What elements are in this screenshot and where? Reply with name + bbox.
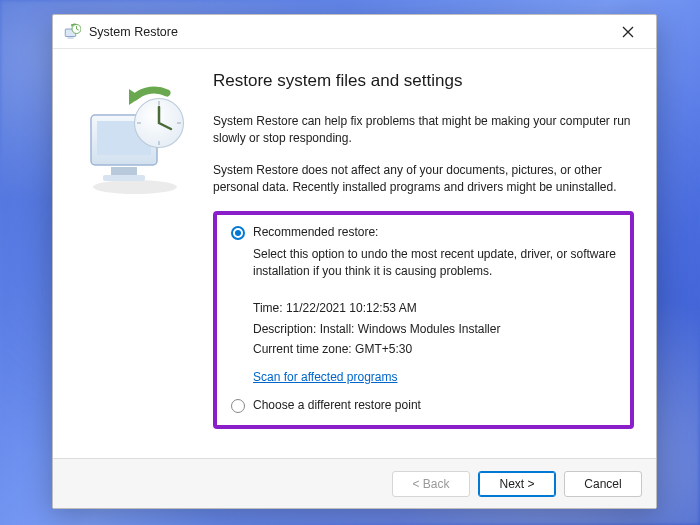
- detail-description: Description: Install: Windows Modules In…: [253, 319, 616, 339]
- scan-affected-programs-link[interactable]: Scan for affected programs: [253, 370, 398, 384]
- dialog-footer: < Back Next > Cancel: [53, 458, 656, 508]
- dialog-body: Restore system files and settings System…: [53, 49, 656, 458]
- restore-point-details: Time: 11/22/2021 10:12:53 AM Description…: [253, 298, 616, 359]
- recommended-description: Select this option to undo the most rece…: [253, 246, 616, 281]
- close-button[interactable]: [608, 18, 648, 46]
- svg-rect-1: [68, 37, 74, 39]
- detail-timezone: Current time zone: GMT+5:30: [253, 339, 616, 359]
- svg-rect-7: [111, 167, 137, 175]
- restore-illustration-icon: [77, 79, 197, 199]
- next-button[interactable]: Next >: [478, 471, 556, 497]
- recommended-restore-option[interactable]: Recommended restore:: [231, 225, 616, 240]
- main-content: Restore system files and settings System…: [213, 59, 634, 458]
- intro-paragraph-1: System Restore can help fix problems tha…: [213, 113, 634, 148]
- cancel-button[interactable]: Cancel: [564, 471, 642, 497]
- recommended-label: Recommended restore:: [253, 225, 378, 239]
- system-restore-window: System Restore: [52, 14, 657, 509]
- system-restore-icon: [63, 23, 81, 41]
- detail-time: Time: 11/22/2021 10:12:53 AM: [253, 298, 616, 318]
- sidebar-illustration-panel: [53, 59, 213, 458]
- intro-paragraph-2: System Restore does not affect any of yo…: [213, 162, 634, 197]
- radio-different[interactable]: [231, 399, 245, 413]
- different-label: Choose a different restore point: [253, 398, 421, 412]
- different-restore-point-option[interactable]: Choose a different restore point: [231, 398, 616, 413]
- restore-options-group: Recommended restore: Select this option …: [213, 211, 634, 429]
- svg-point-4: [93, 180, 177, 194]
- window-title: System Restore: [89, 25, 178, 39]
- back-button[interactable]: < Back: [392, 471, 470, 497]
- svg-rect-8: [103, 175, 145, 181]
- page-heading: Restore system files and settings: [213, 71, 634, 91]
- titlebar: System Restore: [53, 15, 656, 49]
- radio-recommended[interactable]: [231, 226, 245, 240]
